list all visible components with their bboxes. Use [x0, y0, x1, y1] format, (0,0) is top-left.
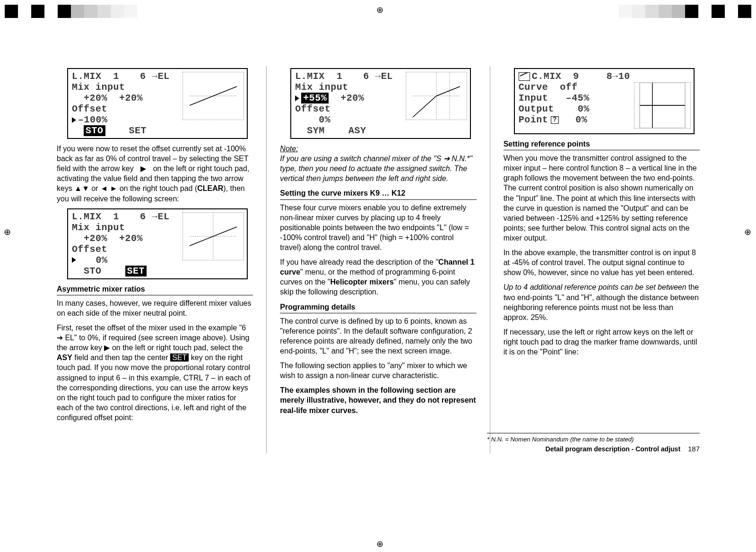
lcd4-input-label: Input — [519, 93, 561, 104]
column-separator-1 — [266, 66, 267, 454]
lcd1-sto-button: STO — [84, 125, 105, 136]
lcd1-line2: Mix input — [72, 82, 125, 93]
registration-mark-top: ⊕ — [376, 5, 383, 15]
column-1: L.MIX 16 →EL Mix input +20% +20% Offset … — [57, 66, 253, 454]
lcd1-line3: +20% +20% — [72, 93, 143, 104]
paragraph-prog-2: The following section applies to "any" m… — [280, 361, 476, 380]
arrow-right-icon: ▶ — [140, 164, 146, 172]
paragraph-ref-2: In the above example, the transmitter co… — [504, 248, 700, 277]
heading-asymmetric: Asymmetric mixer ratios — [57, 284, 253, 295]
lcd3-cursor-icon — [295, 95, 299, 101]
lcd3-title-left: L.MIX 1 — [295, 71, 342, 82]
lcd2-title-left: L.MIX 1 — [72, 211, 119, 222]
paragraph-prog-3: The examples shown in the following sect… — [280, 385, 476, 415]
asy-label: ASY — [57, 354, 72, 362]
lcd3-sym-button: SYM — [307, 125, 325, 136]
lcd4-point-val: 0% — [559, 114, 587, 125]
lcd-screen-3: L.MIX 16 →EL Mix input +55% +20% Offset … — [290, 68, 471, 139]
lcd4-input-val: –45% — [561, 93, 590, 104]
lcd1-set-button: SET — [129, 125, 147, 136]
lcd2-line5: 0% — [78, 255, 108, 266]
paragraph-prog-1: The control curve is defined by up to 6 … — [280, 316, 476, 356]
lcd2-set-button: SET — [125, 266, 147, 276]
lcd3-asy-button: ASY — [348, 125, 366, 136]
heli-mixers-label: Helicopter mixers — [330, 278, 394, 286]
lcd1-graph — [182, 72, 244, 120]
note-block: Note: If you are using a switch channel … — [280, 144, 476, 183]
color-bar-right — [619, 5, 751, 18]
lcd4-line2: Curve off — [519, 82, 578, 93]
lcd3-line2: Mix input — [295, 82, 348, 93]
lcd4-graph — [634, 82, 691, 129]
lcd1-line4: Offset — [72, 104, 107, 114]
lcd-screen-2: L.MIX 16 →EL Mix input +20% +20% Offset … — [67, 208, 248, 279]
lcd3-title-right: 6 →EL — [363, 71, 393, 82]
paragraph-curve-intro: These four curve mixers enable you to de… — [280, 203, 476, 253]
registration-mark-right: ⊕ — [744, 227, 751, 237]
note-text: If you are using a switch channel mixer … — [280, 155, 472, 182]
paragraph-ref-1: When you move the transmitter control as… — [504, 153, 700, 243]
page-number: 187 — [688, 445, 700, 453]
lcd2-graph — [182, 212, 244, 260]
column-2: L.MIX 16 →EL Mix input +55% +20% Offset … — [280, 66, 476, 454]
registration-mark-bottom: ⊕ — [376, 539, 383, 549]
lcd2-cursor-icon — [72, 257, 76, 263]
lcd1-line5: –100% — [78, 114, 108, 125]
lcd2-line3: +20% +20% — [72, 233, 143, 244]
footnote: * N.N. = Nomen Nominandum (the name to b… — [487, 435, 700, 443]
lcd2-title-right: 6 →EL — [140, 211, 170, 222]
lcd1-title-left: L.MIX 1 — [72, 71, 119, 82]
lcd3-line4: Offset — [295, 104, 330, 114]
paragraph-ref-3: Up to 4 additional reference points can … — [504, 282, 700, 322]
footer-title: Detail program description - Control adj… — [546, 445, 680, 453]
lcd1-cursor-icon — [72, 117, 76, 123]
paragraph-ref-4: If necessary, use the left or right arro… — [504, 327, 700, 357]
lcd1-title-right: 6 →EL — [140, 71, 170, 82]
clear-label: CLEAR — [197, 184, 223, 192]
lcd3-graph — [406, 72, 467, 120]
curve-icon — [519, 72, 530, 81]
column-separator-2 — [490, 66, 490, 454]
page-content: L.MIX 16 →EL Mix input +20% +20% Offset … — [57, 66, 700, 501]
lcd2-line2: Mix input — [72, 222, 125, 233]
lcd4-title-left: C.MIX 9 — [532, 71, 579, 82]
paragraph-asym-procedure: First, reset the offset of the mixer use… — [57, 323, 253, 423]
lcd4-title-right: 8→10 — [607, 71, 630, 82]
heading-reference-points: Setting reference points — [504, 139, 700, 150]
paragraph-asym-intro: In many cases, however, we require diffe… — [57, 298, 253, 318]
page-footer: * N.N. = Nomen Nominandum (the name to b… — [487, 433, 700, 454]
lcd4-output-val: 0% — [561, 104, 590, 114]
column-3: C.MIX 98→10 Curve off Input–45% Output0%… — [504, 66, 700, 454]
lcd2-sto-button: STO — [84, 266, 102, 276]
paragraph-reset-offset: If you were now to reset the offset curr… — [57, 144, 253, 204]
registration-mark-left: ⊕ — [4, 227, 11, 237]
heading-programming-details: Programming details — [280, 302, 476, 313]
lcd3-val1: +55% — [301, 93, 329, 104]
lcd2-line4: Offset — [72, 244, 107, 255]
lcd4-point-label: Point — [519, 114, 551, 125]
set-key-label: SET — [170, 354, 189, 362]
lcd3-val2: +20% — [340, 93, 364, 104]
lcd-screen-1: L.MIX 16 →EL Mix input +20% +20% Offset … — [67, 68, 248, 139]
lcd4-point-q: ? — [551, 116, 559, 124]
note-label: Note: — [280, 145, 298, 153]
lcd4-output-label: Output — [519, 104, 561, 114]
paragraph-curve-skip: If you have already read the description… — [280, 257, 476, 297]
lcd3-line5: 0% — [295, 114, 330, 125]
lcd-screen-4: C.MIX 98→10 Curve off Input–45% Output0%… — [514, 68, 695, 134]
heading-curve-mixers: Setting the curve mixers K9 … K12 — [280, 188, 476, 199]
color-bar-left — [5, 5, 137, 18]
